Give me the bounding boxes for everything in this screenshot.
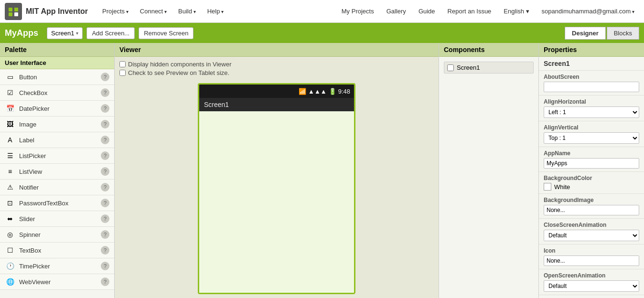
nav-english[interactable]: English ▾ bbox=[499, 5, 534, 18]
prop-input-appname[interactable] bbox=[544, 158, 639, 169]
prop-input-aboutscreen[interactable] bbox=[544, 82, 639, 92]
palette-item-help-passwordtextbox[interactable]: ? bbox=[101, 199, 109, 207]
viewer-header: Viewer bbox=[115, 43, 439, 57]
tablet-preview-checkbox[interactable]: Check to see Preview on Tablet size. bbox=[119, 69, 434, 76]
palette-item-help-webviewer[interactable]: ? bbox=[101, 277, 109, 286]
prop-input-backgroundimage[interactable] bbox=[544, 205, 639, 215]
palette-item-help-listpicker[interactable]: ? bbox=[101, 151, 109, 160]
nav-gallery[interactable]: Gallery bbox=[382, 5, 411, 18]
palette-item-checkbox[interactable]: ☑CheckBox? bbox=[0, 85, 114, 101]
palette-item-textbox[interactable]: ☐TextBox? bbox=[0, 243, 114, 258]
prop-group-appname: AppName bbox=[539, 147, 644, 172]
palette-item-icon-spinner: ◎ bbox=[5, 229, 15, 240]
blocks-button[interactable]: Blocks bbox=[607, 27, 639, 40]
prop-color-label-backgroundcolor: White bbox=[554, 183, 570, 191]
prop-select-alignvertical[interactable]: Top : 1 bbox=[544, 132, 639, 144]
prop-select-openscreenanimation[interactable]: Default bbox=[544, 280, 639, 292]
prop-select-closescreenanimation[interactable]: Default bbox=[544, 230, 639, 241]
palette-item-webviewer[interactable]: 🌐WebViewer? bbox=[0, 274, 114, 290]
palette-item-help-checkbox[interactable]: ? bbox=[101, 88, 109, 97]
app-logo-icon bbox=[5, 3, 22, 20]
palette-item-icon-datepicker: 📅 bbox=[5, 103, 15, 114]
prop-label-alignhorizontal: AlignHorizontal bbox=[544, 98, 639, 105]
prop-group-alignhorizontal: AlignHorizontalLeft : 1 bbox=[539, 96, 644, 121]
palette-item-icon-timepicker: 🕐 bbox=[5, 261, 15, 271]
prop-color-swatch-backgroundcolor[interactable] bbox=[544, 183, 551, 191]
prop-color-row-backgroundcolor: White bbox=[544, 183, 639, 191]
palette-item-icon-listview: ≡ bbox=[5, 166, 15, 177]
prop-label-backgroundimage: BackgroundImage bbox=[544, 197, 639, 203]
hidden-components-checkbox[interactable]: Display hidden components in Viewer bbox=[119, 61, 434, 68]
palette-item-help-button[interactable]: ? bbox=[101, 73, 109, 81]
palette-item-image[interactable]: 🖼Image? bbox=[0, 117, 114, 132]
palette-item-help-timepicker[interactable]: ? bbox=[101, 262, 109, 270]
prop-group-closescreenanimation: CloseScreenAnimationDefault bbox=[539, 219, 644, 245]
phone-container: 📶 ▲▲▲ 🔋 9:48 Screen1 bbox=[115, 78, 439, 298]
palette-item-help-notifier[interactable]: ? bbox=[101, 183, 109, 192]
viewer-options: Display hidden components in Viewer Chec… bbox=[115, 57, 439, 78]
prop-group-backgroundimage: BackgroundImage bbox=[539, 194, 644, 219]
palette-item-help-spinner[interactable]: ? bbox=[101, 230, 109, 239]
screen-dropdown[interactable]: Screen1 bbox=[47, 27, 83, 39]
component-screen1[interactable]: Screen1 bbox=[444, 62, 534, 74]
palette-item-help-image[interactable]: ? bbox=[101, 120, 109, 128]
svg-rect-0 bbox=[7, 5, 20, 18]
palette-item-label-image: Image bbox=[19, 121, 101, 128]
clock: 9:48 bbox=[338, 88, 350, 95]
viewer-panel: Viewer Display hidden components in View… bbox=[115, 43, 439, 298]
remove-screen-button[interactable]: Remove Screen bbox=[139, 27, 193, 39]
designer-button[interactable]: Designer bbox=[565, 27, 606, 40]
palette-item-help-label[interactable]: ? bbox=[101, 136, 109, 144]
components-panel: Components Screen1 bbox=[439, 43, 539, 298]
component-screen1-label: Screen1 bbox=[457, 64, 480, 71]
palette-item-passwordtextbox[interactable]: ⊡PasswordTextBox? bbox=[0, 195, 114, 211]
component-screen1-checkbox[interactable] bbox=[447, 64, 454, 71]
palette-item-timepicker[interactable]: 🕐TimePicker? bbox=[0, 258, 114, 274]
palette-item-label-slider: Slider bbox=[19, 215, 101, 223]
phone-content bbox=[199, 111, 354, 293]
palette-item-icon-image: 🖼 bbox=[5, 119, 15, 129]
palette-item-notifier[interactable]: ⚠Notifier? bbox=[0, 180, 114, 195]
prop-label-openscreenanimation: OpenScreenAnimation bbox=[544, 272, 639, 279]
nav-guide[interactable]: Guide bbox=[414, 5, 440, 18]
palette-item-spinner[interactable]: ◎Spinner? bbox=[0, 227, 114, 243]
phone-mockup: 📶 ▲▲▲ 🔋 9:48 Screen1 bbox=[198, 83, 355, 294]
palette-item-button[interactable]: ▭Button? bbox=[0, 69, 114, 85]
properties-header: Properties bbox=[539, 43, 644, 57]
palette-item-help-slider[interactable]: ? bbox=[101, 214, 109, 223]
palette-item-label-listview: ListView bbox=[19, 168, 101, 175]
components-header: Components bbox=[439, 43, 538, 57]
palette-item-slider[interactable]: ⬌Slider? bbox=[0, 211, 114, 227]
project-bar: MyApps Screen1 Add Screen... Remove Scre… bbox=[0, 23, 644, 43]
palette-item-icon-button: ▭ bbox=[5, 72, 15, 82]
nav-build[interactable]: Build bbox=[173, 5, 201, 18]
palette-item-help-datepicker[interactable]: ? bbox=[101, 104, 109, 113]
nav-my-projects[interactable]: My Projects bbox=[337, 5, 379, 18]
prop-input-icon[interactable] bbox=[544, 255, 639, 266]
svg-rect-1 bbox=[9, 8, 12, 11]
palette-item-help-listview[interactable]: ? bbox=[101, 167, 109, 176]
prop-select-alignhorizontal[interactable]: Left : 1 bbox=[544, 106, 639, 118]
nav-projects[interactable]: Projects bbox=[97, 5, 133, 18]
signal-icon: ▲▲▲ bbox=[308, 88, 327, 95]
nav-user-email[interactable]: sopandimuhammad@gmail.com bbox=[537, 5, 639, 18]
palette-item-icon-webviewer: 🌐 bbox=[5, 277, 15, 287]
palette-item-icon-textbox: ☐ bbox=[5, 245, 15, 255]
palette-item-label[interactable]: ALabel? bbox=[0, 132, 114, 148]
app-title: MIT App Inventor bbox=[26, 7, 88, 16]
prop-label-closescreenanimation: CloseScreenAnimation bbox=[544, 222, 639, 228]
palette-item-help-textbox[interactable]: ? bbox=[101, 246, 109, 255]
palette-item-label-button: Button bbox=[19, 74, 101, 81]
prop-group-icon: Icon bbox=[539, 245, 644, 269]
add-screen-button[interactable]: Add Screen... bbox=[86, 27, 135, 39]
palette-item-listview[interactable]: ≡ListView? bbox=[0, 164, 114, 180]
palette-item-label-label: Label bbox=[19, 137, 101, 144]
nav-connect[interactable]: Connect bbox=[135, 5, 172, 18]
properties-screen-name: Screen1 bbox=[539, 57, 644, 71]
palette-item-label-spinner: Spinner bbox=[19, 231, 101, 238]
nav-report-issue[interactable]: Report an Issue bbox=[443, 5, 496, 18]
palette-item-listpicker[interactable]: ☰ListPicker? bbox=[0, 148, 114, 164]
battery-icon: 🔋 bbox=[329, 88, 336, 95]
palette-item-datepicker[interactable]: 📅DatePicker? bbox=[0, 101, 114, 117]
nav-help[interactable]: Help bbox=[203, 5, 229, 18]
